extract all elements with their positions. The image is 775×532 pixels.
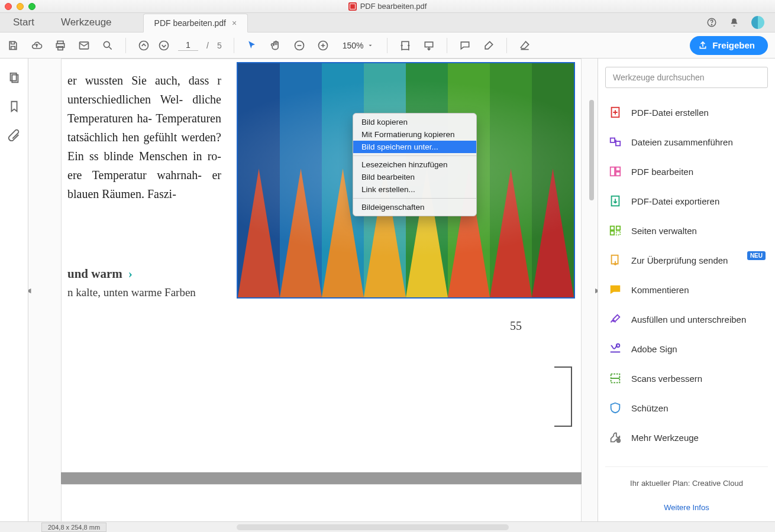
tab-document-label: PDF bearbeiten.pdf [154,18,226,28]
search-tools-placeholder: Werkzeuge durchsuchen [613,73,705,82]
export-pdf-icon [609,194,622,207]
left-rail [0,59,28,521]
hand-tool-icon[interactable] [270,40,282,51]
tool-label: Adobe Sign [631,344,677,354]
fit-page-icon[interactable] [423,40,435,51]
tab-tools[interactable]: Werkzeuge [48,13,125,32]
zoom-in-icon[interactable] [317,40,329,51]
window-title-text: PDF bearbeiten.pdf [360,2,427,11]
svg-rect-11 [402,41,409,49]
svg-rect-22 [611,226,614,230]
ctx-copy-image[interactable]: Bild kopieren [353,116,476,128]
document-viewport[interactable]: ◀ er wussten Sie auch, dass r unterschie… [28,59,598,521]
tool-adobe-sign[interactable]: Adobe Sign [605,335,768,362]
collapse-right-pane-icon[interactable]: ▶ [594,283,598,297]
tool-more-tools[interactable]: Mehr Werkzeuge [605,424,768,451]
ctx-save-image-as[interactable]: Bild speichern unter... [353,141,476,153]
page-number-input[interactable] [178,40,198,51]
badge-new: NEU [747,251,766,260]
page-down-icon[interactable] [158,40,170,51]
comment-icon[interactable] [459,40,471,51]
tool-label: PDF-Datei exportieren [631,196,719,206]
chevron-down-icon [367,40,373,51]
minimize-window-icon[interactable] [17,3,24,10]
page-up-icon[interactable] [138,40,150,51]
notifications-icon[interactable] [729,17,740,28]
tool-create-pdf[interactable]: PDF-Datei erstellen [605,99,768,126]
tool-pages[interactable]: Seiten verwalten [605,217,768,244]
svg-rect-17 [616,141,620,145]
svg-point-6 [104,41,109,47]
eraser-icon[interactable] [519,40,531,51]
pdf-app-icon [348,2,357,11]
attachments-icon[interactable] [8,128,21,141]
search-icon[interactable] [102,40,114,51]
svg-rect-16 [611,138,615,142]
window-controls[interactable] [5,3,35,10]
svg-rect-23 [616,226,620,230]
ctx-image-properties[interactable]: Bildeigenschaften [353,201,476,213]
page-dimensions: 204,8 x 254,8 mm [41,523,106,532]
bookmarks-icon[interactable] [8,100,21,113]
section-heading: und warm [67,267,122,281]
tool-label: Mehr Werkzeuge [631,433,699,443]
zoom-out-icon[interactable] [293,40,305,51]
vertical-scrollbar[interactable] [589,100,594,200]
tool-label: PDF-Datei erstellen [631,108,709,118]
tool-label: Ausfüllen und unterschreiben [631,314,746,325]
ctx-create-link[interactable]: Link erstellen... [353,183,476,196]
pdf-page: er wussten Sie auch, dass r unterschiedl… [61,59,582,484]
cloud-upload-icon[interactable] [31,40,43,51]
page-number: 55 [510,319,522,333]
tool-label: Dateien zusammenführen [631,137,733,147]
ctx-edit-image[interactable]: Bild bearbeiten [353,171,476,183]
send-review-icon [609,254,622,267]
adobe-sign-icon [609,342,622,355]
print-icon[interactable] [54,40,66,51]
ctx-add-bookmark[interactable]: Lesezeichen hinzufügen [353,158,476,171]
svg-rect-19 [616,167,620,171]
svg-point-1 [711,24,712,25]
thumbnails-icon[interactable] [8,72,21,85]
organize-pages-icon [609,224,622,237]
fill-sign-icon [609,313,622,326]
tool-enhance-scan[interactable]: Scans verbessern [605,365,768,392]
svg-rect-20 [616,172,620,176]
protect-icon [609,401,622,414]
svg-rect-24 [611,231,614,235]
zoom-select[interactable]: 150% [341,38,375,53]
pointer-tool-icon[interactable] [246,40,258,51]
tool-export[interactable]: PDF-Datei exportieren [605,187,768,215]
help-icon[interactable] [706,17,717,28]
email-icon[interactable] [78,40,90,51]
tool-fill-sign[interactable]: Ausfüllen und unterschreiben [605,306,768,333]
tab-document[interactable]: PDF bearbeiten.pdf × [143,14,248,33]
more-tools-icon [609,431,622,444]
fullscreen-window-icon[interactable] [28,3,35,10]
account-avatar[interactable] [751,16,764,29]
tool-send-review[interactable]: Zur Überprüfung senden NEU [605,246,768,274]
close-tab-icon[interactable]: × [232,18,237,28]
tool-protect[interactable]: Schützen [605,394,768,421]
tool-edit-pdf[interactable]: PDF bearbeiten [605,158,768,185]
search-tools-input[interactable]: Werkzeuge durchsuchen [605,67,768,88]
highlight-icon[interactable] [483,40,495,51]
chevron-right-icon: › [128,266,133,281]
tool-comment[interactable]: Kommentieren [605,276,768,303]
share-button[interactable]: Freigeben [690,36,768,55]
edit-pdf-icon [609,165,622,178]
tab-start[interactable]: Start [0,13,48,32]
svg-rect-18 [611,167,615,176]
close-window-icon[interactable] [5,3,12,10]
tool-label: Scans verbessern [631,374,702,384]
crop-mark [554,366,572,368]
horizontal-scrollbar[interactable] [237,524,509,530]
more-info-link[interactable]: Weitere Infos [605,490,768,515]
collapse-left-rail-icon[interactable]: ◀ [28,283,32,297]
save-icon[interactable] [7,40,19,51]
ctx-copy-with-formatting[interactable]: Mit Formatierung kopieren [353,128,476,141]
comment-tool-icon [609,283,622,296]
plan-info: Ihr aktueller Plan: Creative Cloud [605,466,768,488]
fit-width-icon[interactable] [399,40,411,51]
tool-combine[interactable]: Dateien zusammenführen [605,128,768,155]
